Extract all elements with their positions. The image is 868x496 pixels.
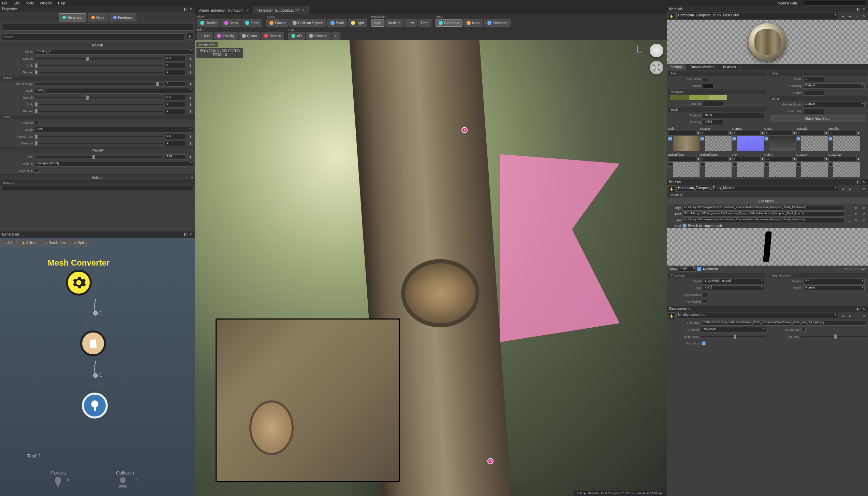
collision-icon[interactable] [116, 476, 130, 489]
map-check[interactable] [796, 162, 800, 167]
edit-btn-2[interactable]: Gizmo [239, 32, 260, 40]
gen-options-button[interactable]: ⚙Options [70, 239, 92, 246]
fixwind-check[interactable] [703, 300, 707, 304]
browse-icon[interactable]: … [847, 218, 852, 223]
alignment-check[interactable] [697, 267, 701, 271]
fixed-0-check[interactable] [35, 121, 39, 125]
viewport[interactable]: T B perspective POLYGONS - SELECTED TOTA… [195, 40, 667, 496]
fixed-3-slider[interactable] [35, 143, 163, 144]
handling-select[interactable]: Default [804, 83, 865, 89]
clear-search-icon[interactable]: ⊗ [187, 33, 193, 40]
prev-icon[interactable]: ◂ [840, 186, 845, 191]
ripple-select[interactable]: Normal [804, 285, 865, 291]
map-check[interactable] [764, 137, 768, 141]
tab-aspen[interactable]: Aspen_European_Trunk.spm✕ [195, 6, 253, 14]
spinner-icon[interactable]: ⬍ [825, 158, 828, 161]
add-icon[interactable]: + [855, 14, 859, 18]
gen-randomize-button[interactable]: ⊞Randomize [42, 239, 69, 246]
back-mat-select[interactable]: None [703, 113, 764, 118]
spinner-icon[interactable]: ⬍ [697, 158, 700, 161]
map-check[interactable] [668, 137, 672, 141]
flip-select[interactable]: X Y Z [703, 285, 764, 291]
next-icon[interactable]: ▸ [848, 313, 852, 318]
preview-section[interactable]: Preview [0, 147, 195, 153]
growth-select[interactable]: +Y [804, 279, 865, 284]
edit-btn-3[interactable]: Season [261, 32, 284, 40]
lod-path-med[interactable]: /Tree Library v9/Photogrammetry/Hornbeam… [682, 211, 844, 217]
add-icon[interactable]: + [855, 186, 859, 191]
map-value[interactable] [828, 157, 857, 161]
mode-freehand[interactable]: Freehand [109, 13, 136, 22]
scene-btn-1[interactable]: Collision Objects [290, 19, 326, 27]
map-value[interactable] [796, 157, 825, 161]
dock-icon[interactable]: ◧ [855, 7, 860, 12]
post-btn-1[interactable]: Collision [306, 32, 330, 40]
map-thumb[interactable] [737, 136, 764, 151]
region-3-slider[interactable] [35, 72, 163, 73]
scene-btn-3[interactable]: Light [348, 19, 367, 27]
marker-top[interactable]: T [461, 127, 468, 133]
gen-actions-button[interactable]: ⚡Actions [18, 239, 41, 246]
browse-icon[interactable]: … [847, 212, 852, 216]
map-thumb[interactable] [673, 136, 700, 151]
map-value[interactable]: 0 [700, 157, 729, 161]
spinner-icon[interactable]: ⬍ [761, 158, 764, 161]
res-btn-medium[interactable]: Medium [385, 19, 404, 27]
scene-btn-0[interactable]: Forces [266, 19, 289, 27]
bottom-3-slider[interactable] [35, 104, 163, 105]
scene-btn-2[interactable]: Wind [327, 19, 347, 27]
edit-mesh-button[interactable]: Edit Mesh... [668, 198, 867, 204]
map-check[interactable] [732, 162, 736, 167]
dock-icon[interactable]: ◧ [855, 180, 860, 184]
map-thumb[interactable] [801, 136, 828, 151]
region-section[interactable]: Region [0, 42, 195, 48]
spinner-icon[interactable]: ⬍ [188, 82, 193, 86]
tab-hornbeam[interactable]: Hornbeam_European.spm*✕ [253, 6, 309, 14]
edit-btn-1[interactable]: Visibility [214, 32, 238, 40]
res-btn-draft[interactable]: Draft [418, 19, 431, 27]
spinner-icon[interactable]: ⬍ [188, 63, 193, 68]
map-thumb[interactable] [833, 136, 860, 151]
smoothing-check[interactable] [801, 328, 806, 332]
material-asset-select[interactable]: Hornbeam_European_Trunk_BaseColor [676, 13, 838, 19]
spinner-icon[interactable]: ⬍ [857, 158, 860, 161]
node-mesh[interactable] [80, 330, 106, 356]
res-btn-low[interactable]: Low [404, 19, 417, 27]
map-value[interactable]: 1 [732, 131, 761, 136]
menu-help[interactable]: Help [58, 1, 65, 5]
map-thumb[interactable] [833, 162, 860, 177]
light-gizmo[interactable] [650, 44, 663, 57]
map-value[interactable]: 0.5 [764, 157, 793, 161]
browse-icon[interactable]: … [847, 206, 852, 210]
axis-gizmo[interactable]: 1.00 [633, 44, 643, 54]
properties-filter[interactable] [2, 24, 193, 31]
mode-btn-freehand[interactable]: Freehand [484, 19, 511, 27]
spinner-icon[interactable]: ⬍ [793, 158, 796, 161]
gen-add-button[interactable]: +Add [1, 239, 17, 246]
forces-icon[interactable] [51, 476, 65, 489]
mode-generator[interactable]: Generator [59, 13, 86, 22]
brightness-slider[interactable] [701, 336, 766, 337]
map-thumb[interactable] [705, 162, 732, 177]
preview-2-check[interactable] [35, 169, 39, 173]
spinner-icon[interactable]: ⬍ [697, 132, 700, 135]
spinner-icon[interactable]: ⬍ [825, 132, 828, 135]
spinner-icon[interactable]: ⬍ [188, 134, 193, 139]
view-btn-render[interactable]: Render [197, 19, 220, 27]
fixed-3-value[interactable]: 1 [165, 141, 185, 146]
variation-swatch-1[interactable] [670, 95, 689, 100]
mode-btn-node[interactable]: Node [464, 19, 483, 27]
close-icon[interactable]: ✕ [188, 7, 193, 12]
dock-icon[interactable]: ◧ [855, 307, 860, 311]
make-new-set-button[interactable]: Make New Set... [770, 115, 865, 122]
bottom-1-select[interactable]: Blend_1 [35, 88, 193, 94]
generation-graph[interactable]: +Add ⚡Actions ⊞Randomize ⚙Options Mesh C… [0, 238, 195, 496]
post-btn-0[interactable]: AO [288, 32, 305, 40]
map-check[interactable] [828, 162, 833, 167]
tab-settings[interactable]: Settings [667, 64, 686, 70]
map-thumb[interactable] [769, 162, 796, 177]
close-icon[interactable]: ✕ [246, 9, 249, 12]
close-icon[interactable]: ✕ [301, 9, 304, 12]
mesh-asset-select[interactable]: Hornbeam_European_Trunk_Medium [676, 186, 838, 192]
clear-icon[interactable]: ✕ [861, 212, 866, 216]
